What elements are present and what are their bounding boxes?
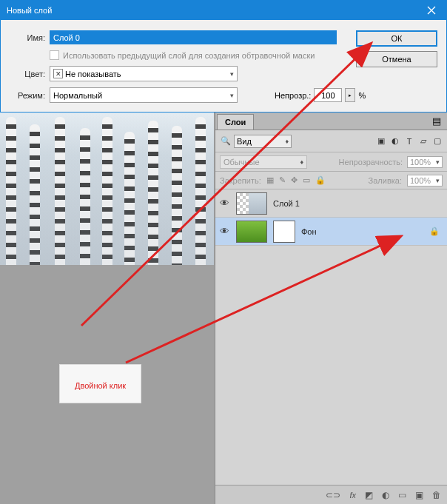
color-value: Не показывать: [65, 70, 121, 78]
layer-name-text[interactable]: Слой 1: [273, 199, 443, 208]
fill-input[interactable]: 100%▾: [407, 175, 443, 187]
lock-label: Закрепить:: [220, 176, 261, 185]
color-select[interactable]: ✕Не показывать ▾: [50, 66, 238, 81]
clip-mask-checkbox[interactable]: [50, 50, 59, 60]
panel-opacity-input[interactable]: 100%▾: [407, 156, 443, 168]
group-icon[interactable]: ▭: [398, 490, 406, 500]
annotation-label: Двойной клик: [59, 364, 141, 403]
filter-kind-select[interactable]: Вид ♦: [234, 135, 292, 148]
layer-mask-icon[interactable]: ◩: [365, 490, 373, 500]
lock-pixels-icon[interactable]: ▦: [266, 175, 274, 185]
ok-button[interactable]: ОК: [356, 30, 437, 47]
opacity-label: Непрозр.:: [275, 91, 311, 100]
layer-style-icon[interactable]: fx: [349, 490, 356, 500]
panel-footer: ⊂⊃ fx ◩ ◐ ▭ ▣ 🗑: [215, 485, 447, 504]
lock-all-icon[interactable]: 🔒: [315, 175, 326, 185]
layer-thumbnail[interactable]: [236, 192, 267, 215]
delete-layer-icon[interactable]: 🗑: [432, 490, 441, 500]
link-layers-icon[interactable]: ⊂⊃: [326, 490, 340, 500]
mode-label: Режим:: [10, 91, 45, 100]
clip-mask-label: Использовать предыдущий слой для создани…: [63, 51, 315, 60]
layer-blend-select[interactable]: Обычные ♦: [220, 155, 307, 169]
lock-brush-icon[interactable]: ✎: [279, 175, 286, 185]
mode-value: Нормальный: [53, 91, 102, 100]
panel-tabs: Слои ▤: [215, 112, 447, 130]
blend-mode-select[interactable]: Нормальный ▾: [50, 87, 238, 103]
adjustment-layer-icon[interactable]: ◐: [382, 490, 389, 500]
dialog-title-text: Новый слой: [7, 6, 52, 15]
cancel-button[interactable]: Отмена: [356, 51, 437, 67]
layer-name-input[interactable]: [50, 30, 337, 44]
fill-label: Заливка:: [369, 176, 402, 185]
chevron-down-icon: ▾: [230, 70, 234, 78]
chevron-down-icon: ▾: [230, 92, 234, 99]
filter-adjustment-icon[interactable]: ◐: [390, 136, 400, 147]
opacity-input[interactable]: [314, 88, 342, 102]
visibility-icon[interactable]: 👁: [220, 198, 230, 209]
panel-menu-icon[interactable]: ▤: [426, 112, 447, 130]
color-label: Цвет:: [10, 70, 45, 78]
lock-position-icon[interactable]: ✥: [291, 175, 298, 185]
opacity-stepper[interactable]: ▸: [345, 88, 355, 102]
new-layer-icon[interactable]: ▣: [415, 490, 423, 500]
lock-icon: 🔒: [429, 226, 440, 236]
workspace: Слои ▤ 🔍 Вид ♦ ▣ ◐ T ▱ ▢ Обычные ♦ Непро…: [0, 112, 447, 504]
opacity-unit: %: [358, 91, 366, 100]
layer-row[interactable]: 👁 Фон 🔒: [215, 218, 447, 246]
blend-opacity-row: Обычные ♦ Непрозрачность: 100%▾: [215, 152, 447, 172]
filter-type-icon[interactable]: T: [404, 136, 414, 147]
layers-panel: Слои ▤ 🔍 Вид ♦ ▣ ◐ T ▱ ▢ Обычные ♦ Непро…: [215, 112, 447, 504]
layer-row[interactable]: 👁 Слой 1: [215, 189, 447, 218]
name-label: Имя:: [10, 33, 45, 42]
panel-opacity-label: Непрозрачность:: [339, 158, 403, 167]
x-icon: ✕: [53, 69, 63, 78]
layer-name-text[interactable]: Фон: [301, 227, 423, 236]
search-icon[interactable]: 🔍: [220, 135, 232, 147]
tab-layers[interactable]: Слои: [217, 114, 254, 130]
layers-list: 👁 Слой 1 👁 Фон 🔒: [215, 189, 447, 485]
dialog-body: Имя: Использовать предыдущий слой для со…: [1, 20, 446, 112]
dialog-titlebar[interactable]: Новый слой: [1, 1, 446, 20]
chevron-down-icon: ♦: [285, 138, 289, 145]
visibility-icon[interactable]: 👁: [220, 226, 230, 237]
filter-pixel-icon[interactable]: ▣: [376, 136, 386, 147]
canvas-area[interactable]: [0, 112, 215, 504]
filter-smart-icon[interactable]: ▢: [432, 136, 443, 147]
layer-filter-row: 🔍 Вид ♦ ▣ ◐ T ▱ ▢: [215, 130, 447, 152]
layer-mask-thumbnail[interactable]: [273, 221, 295, 243]
chevron-down-icon: ♦: [300, 158, 303, 166]
layer-thumbnail[interactable]: [236, 221, 267, 243]
lock-row: Закрепить: ▦ ✎ ✥ ▭ 🔒 Заливка: 100%▾: [215, 172, 447, 189]
lock-artboard-icon[interactable]: ▭: [303, 175, 310, 185]
new-layer-dialog: Новый слой Имя: Использовать предыдущий …: [0, 0, 447, 112]
document-canvas[interactable]: [0, 112, 214, 265]
close-icon[interactable]: [417, 1, 446, 20]
filter-shape-icon[interactable]: ▱: [418, 136, 428, 147]
